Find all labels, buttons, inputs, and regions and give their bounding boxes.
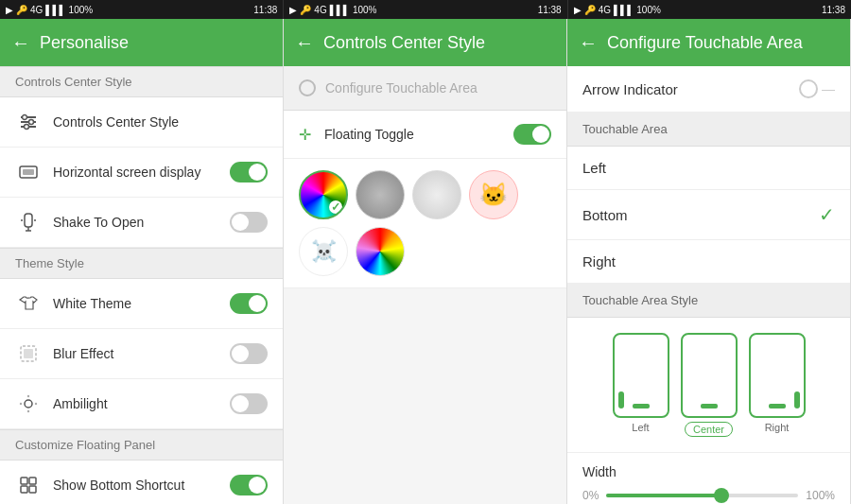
arrow-indicator-radio[interactable] <box>799 79 818 98</box>
shake-to-open-toggle[interactable] <box>230 212 268 233</box>
status-icons-3: ▶ 🔑 4G ▌▌▌ 100% <box>574 5 661 15</box>
bottom-check-icon: ✓ <box>819 203 835 226</box>
svg-rect-23 <box>29 486 36 493</box>
lock-icon-3: 🔑 <box>584 5 596 15</box>
theme-icon-skull[interactable]: ☠️ <box>299 227 348 276</box>
svg-point-19 <box>35 403 37 405</box>
signal-icon-1: ▌▌▌ <box>45 5 65 15</box>
width-slider-container: 0% 100% <box>582 489 835 502</box>
horizontal-screen-toggle[interactable] <box>230 162 268 182</box>
list-item-controls-center-style[interactable]: Controls Center Style <box>0 97 283 148</box>
area-style-left[interactable]: Left <box>613 333 669 437</box>
theme-icon-light[interactable] <box>412 170 461 219</box>
configure-touchable-label: Configure Touchable Area <box>325 80 478 96</box>
floating-toggle-item[interactable]: ✛ Floating Toggle <box>284 111 566 159</box>
status-bar-3: ▶ 🔑 4G ▌▌▌ 100% 11:38 <box>568 0 851 19</box>
section-theme-style: Theme Style <box>0 248 283 279</box>
ambilight-label: Ambilight <box>53 396 218 411</box>
icon-grid: ✓ 🐱 ☠️ <box>284 159 566 288</box>
list-item-white-theme[interactable]: White Theme <box>0 279 283 329</box>
svg-point-4 <box>29 120 34 125</box>
configure-touchable-item[interactable]: Configure Touchable Area <box>284 66 566 111</box>
panel-personalise: ← Personalise Controls Center Style Cont… <box>0 19 284 504</box>
phone-outline-center <box>681 333 738 418</box>
battery-1: 100% <box>69 5 94 15</box>
blur-effect-label: Blur Effect <box>53 346 218 361</box>
btn-right-indicator <box>794 391 800 408</box>
touchable-area-style-header: Touchable Area Style <box>567 284 850 318</box>
configure-circle-icon <box>299 79 316 96</box>
list-item-blur-effect[interactable]: Blur Effect <box>0 329 283 379</box>
panel3-title: Configure Touchable Area <box>607 33 803 53</box>
white-theme-label: White Theme <box>53 296 218 311</box>
phone-outline-right <box>749 333 806 418</box>
svg-point-5 <box>25 125 29 130</box>
panel3-content: Arrow Indicator — Touchable Area Left Bo… <box>567 66 850 504</box>
list-item-shake-to-open[interactable]: Shake To Open <box>0 198 283 248</box>
list-item-ambilight[interactable]: Ambilight <box>0 379 283 429</box>
shake-to-open-label: Shake To Open <box>53 215 218 230</box>
width-slider-thumb[interactable] <box>714 488 729 503</box>
touchable-area-header: Touchable Area <box>567 113 850 147</box>
theme-icon-wheel[interactable] <box>356 227 405 276</box>
list-item-horizontal-screen[interactable]: Horizontal screen display <box>0 148 283 198</box>
area-style-right-label: Right <box>765 422 790 433</box>
area-style-center-label: Center <box>685 422 733 437</box>
signal-icon-2: ▌▌▌ <box>330 5 350 15</box>
theme-icon-kitty[interactable]: 🐱 <box>469 170 518 219</box>
svg-rect-14 <box>24 349 33 358</box>
time-2: 11:38 <box>538 5 562 15</box>
panel3-back-icon[interactable]: ← <box>579 32 598 54</box>
move-icon: ✛ <box>299 126 311 144</box>
touchable-left-label: Left <box>582 160 835 176</box>
area-style-left-label: Left <box>632 422 649 433</box>
phone-bottom-btn-center <box>701 404 718 408</box>
theme-icon-gray[interactable] <box>356 170 405 219</box>
panel2-back-icon[interactable]: ← <box>295 32 314 54</box>
panel2-title: Controls Center Style <box>323 33 485 53</box>
arrow-indicator-item[interactable]: Arrow Indicator — <box>567 66 850 113</box>
width-max-label: 100% <box>806 489 835 502</box>
theme-icon-colorful[interactable]: ✓ <box>299 170 348 219</box>
floating-toggle-label: Floating Toggle <box>324 127 504 142</box>
list-item-show-bottom-shortcut[interactable]: Show Bottom Shortcut <box>0 461 283 504</box>
panel1-header: ← Personalise <box>0 19 283 66</box>
touchable-right-item[interactable]: Right <box>567 240 850 284</box>
svg-rect-22 <box>21 486 27 493</box>
battery-2: 100% <box>353 5 377 15</box>
touchable-left-item[interactable]: Left <box>567 147 850 190</box>
status-bar-1: ▶ 🔑 4G ▌▌▌ 100% 11:38 <box>0 0 284 19</box>
area-style-center[interactable]: Center <box>681 333 738 437</box>
lock-icon-1: 🔑 <box>16 5 27 15</box>
svg-rect-21 <box>29 478 36 484</box>
floating-toggle-switch[interactable] <box>513 124 551 145</box>
notification-icon-3: ▶ <box>574 5 582 15</box>
panel-configure-touchable: ← Configure Touchable Area Arrow Indicat… <box>567 19 851 504</box>
battery-3: 100% <box>636 5 661 15</box>
ambilight-toggle[interactable] <box>230 393 268 414</box>
blur-effect-toggle[interactable] <box>230 343 268 364</box>
arrow-indicator-label: Arrow Indicator <box>582 81 799 97</box>
network-icon-1: 4G <box>30 5 43 15</box>
sliders-icon <box>15 109 42 135</box>
panel-controls-center: ← Controls Center Style Configure Toucha… <box>284 19 567 504</box>
svg-point-3 <box>23 115 27 120</box>
status-bar-2: ▶ 🔑 4G ▌▌▌ 100% 11:38 <box>284 0 567 19</box>
show-bottom-shortcut-toggle[interactable] <box>230 475 268 495</box>
svg-point-15 <box>25 400 32 408</box>
width-label: Width <box>582 464 835 479</box>
ambilight-icon <box>15 391 42 417</box>
lock-icon-2: 🔑 <box>300 5 311 15</box>
blur-icon <box>15 340 42 367</box>
network-icon-2: 4G <box>314 5 326 15</box>
panel2-content: Configure Touchable Area ✛ Floating Togg… <box>284 66 566 504</box>
white-theme-toggle[interactable] <box>230 293 268 314</box>
width-section: Width 0% 100% <box>567 453 850 504</box>
signal-icon-3: ▌▌▌ <box>614 5 634 15</box>
width-slider-track[interactable] <box>606 494 798 497</box>
panel1-back-icon[interactable]: ← <box>11 32 30 54</box>
notification-icon-1: ▶ <box>6 5 13 15</box>
area-style-right[interactable]: Right <box>749 333 806 437</box>
panel3-header: ← Configure Touchable Area <box>567 19 850 66</box>
touchable-bottom-item[interactable]: Bottom ✓ <box>567 190 850 240</box>
